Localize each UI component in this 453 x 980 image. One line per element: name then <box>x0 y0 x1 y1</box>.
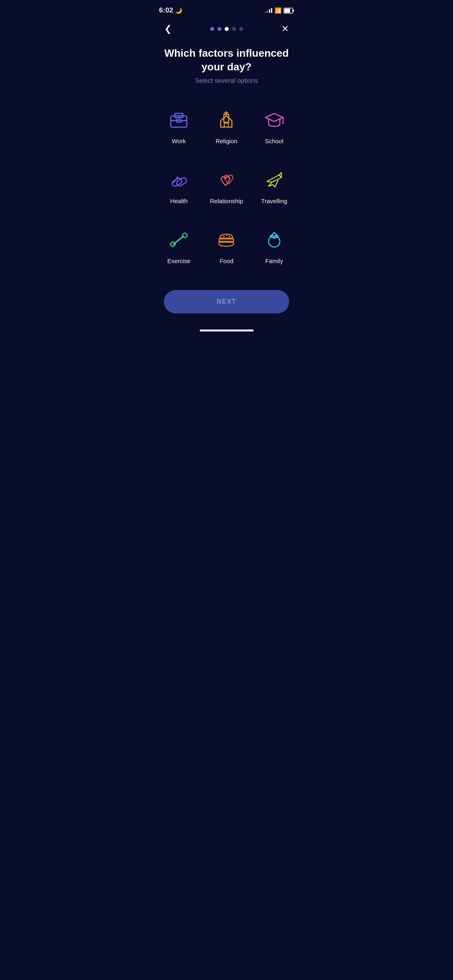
option-religion[interactable]: Religion <box>203 96 250 156</box>
food-icon <box>213 227 239 253</box>
home-bar <box>200 329 254 331</box>
travelling-label: Travelling <box>261 198 287 204</box>
next-button[interactable]: NEXT <box>164 290 289 313</box>
option-exercise[interactable]: Exercise <box>155 216 203 276</box>
exercise-icon <box>166 227 192 253</box>
svg-rect-19 <box>182 233 188 238</box>
battery-icon <box>284 8 294 13</box>
svg-point-24 <box>269 236 280 247</box>
food-label: Food <box>219 257 233 264</box>
religion-icon <box>213 107 239 133</box>
option-food[interactable]: Food <box>203 216 250 276</box>
work-icon <box>166 107 192 133</box>
svg-rect-10 <box>224 123 228 127</box>
svg-point-20 <box>223 235 225 237</box>
school-label: School <box>265 138 283 144</box>
nav-bar: ❮ ✕ <box>151 18 302 40</box>
signal-icon <box>265 8 272 13</box>
status-bar: 6:02 🌙 📶 <box>151 0 302 18</box>
work-label: Work <box>172 138 186 144</box>
relationship-icon <box>213 167 239 193</box>
school-icon <box>261 107 287 133</box>
svg-rect-2 <box>293 10 294 12</box>
family-icon <box>261 227 287 253</box>
step-dot-3 <box>225 27 229 31</box>
option-health[interactable]: Health <box>155 156 203 216</box>
travelling-icon <box>261 167 287 193</box>
close-button[interactable]: ✕ <box>278 22 292 36</box>
svg-rect-1 <box>285 8 290 12</box>
svg-point-21 <box>226 234 228 236</box>
page-subtitle: Select several options <box>161 77 292 84</box>
relationship-label: Relationship <box>210 198 243 204</box>
option-travelling[interactable]: Travelling <box>250 156 298 216</box>
status-icons: 📶 <box>265 7 294 14</box>
step-dot-4 <box>232 27 236 31</box>
moon-icon: 🌙 <box>175 7 182 14</box>
step-dot-2 <box>217 27 221 31</box>
option-school[interactable]: School <box>250 96 298 156</box>
wifi-icon: 📶 <box>275 7 281 14</box>
options-grid: Work Religion <box>151 88 302 284</box>
exercise-label: Exercise <box>167 257 190 264</box>
step-dot-1 <box>210 27 214 31</box>
svg-point-22 <box>229 236 230 237</box>
page-header: Which factors influenced your day? Selec… <box>151 40 302 88</box>
svg-marker-11 <box>265 113 283 121</box>
religion-label: Religion <box>215 138 237 144</box>
option-relationship[interactable]: Relationship <box>203 156 250 216</box>
status-time: 6:02 <box>159 6 173 14</box>
option-work[interactable]: Work <box>155 96 203 156</box>
bottom-area: NEXT <box>151 284 302 329</box>
back-button[interactable]: ❮ <box>161 22 175 36</box>
step-dot-5 <box>239 27 243 31</box>
health-label: Health <box>170 198 187 204</box>
step-dots <box>210 27 243 31</box>
home-indicator <box>151 329 302 335</box>
svg-point-13 <box>282 122 284 124</box>
svg-rect-23 <box>219 239 234 241</box>
family-label: Family <box>265 257 283 264</box>
option-family[interactable]: Family <box>250 216 298 276</box>
health-icon <box>166 167 192 193</box>
page-title: Which factors influenced your day? <box>161 47 292 74</box>
svg-rect-18 <box>170 241 176 247</box>
